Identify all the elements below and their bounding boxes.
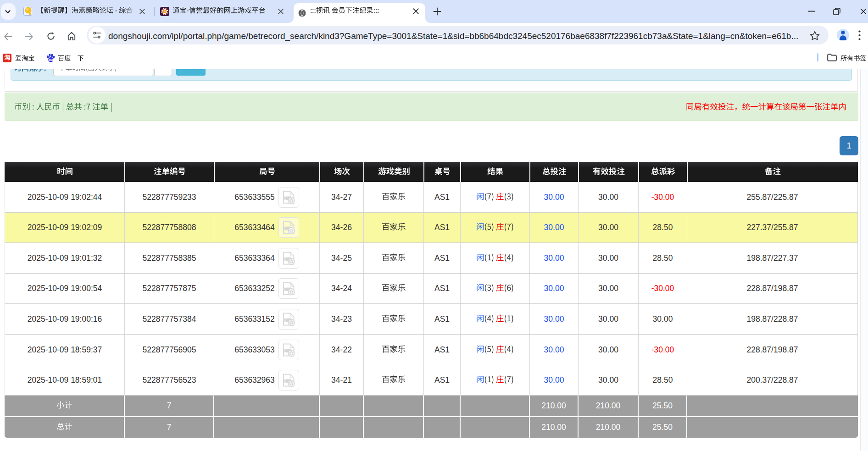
- svg-text:du: du: [49, 58, 53, 62]
